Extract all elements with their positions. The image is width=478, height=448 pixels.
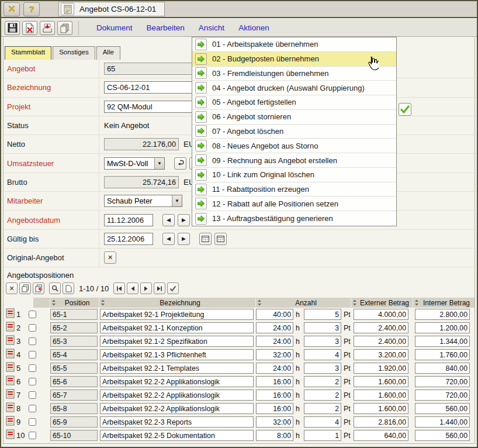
last-page-button[interactable]	[154, 282, 165, 294]
hours-cell[interactable]	[256, 322, 293, 333]
row-checkbox[interactable]	[29, 378, 36, 385]
header-position[interactable]: Position	[50, 298, 99, 308]
header-bezeichnung[interactable]: Bezeichnung	[99, 298, 255, 308]
position-cell[interactable]	[50, 376, 98, 387]
externer-betrag-cell[interactable]	[354, 363, 408, 374]
hours-cell[interactable]	[256, 376, 293, 387]
mitarbeiter-combo[interactable]: Schaub Peter ▼	[104, 195, 182, 207]
menu-dokument[interactable]: Dokument	[96, 23, 133, 32]
positions-search-button[interactable]	[49, 282, 61, 294]
row-checkbox[interactable]	[29, 311, 36, 318]
row-checkbox[interactable]	[29, 337, 36, 345]
menu-ansicht[interactable]: Ansicht	[199, 23, 224, 32]
position-record-icon[interactable]	[6, 429, 15, 442]
actions-menu-item[interactable]: 13 - Auftragsbestätigung generieren	[192, 211, 396, 226]
interner-betrag-cell[interactable]	[415, 390, 470, 401]
position-cell[interactable]	[50, 416, 98, 428]
chevron-down-icon[interactable]: ▼	[172, 195, 182, 206]
interner-betrag-cell[interactable]	[415, 403, 470, 414]
copy-button[interactable]	[57, 21, 72, 35]
gueltig-bis-input[interactable]	[104, 233, 153, 245]
count-cell[interactable]	[304, 309, 341, 320]
count-cell[interactable]	[304, 349, 341, 360]
bezeichnung-cell[interactable]	[100, 322, 254, 333]
row-checkbox[interactable]	[29, 405, 36, 412]
menu-aktionen[interactable]: Aktionen	[238, 23, 269, 32]
positions-new-button[interactable]	[63, 282, 74, 294]
position-record-icon[interactable]	[6, 308, 15, 321]
hours-cell[interactable]	[256, 390, 293, 401]
externer-betrag-cell[interactable]	[354, 322, 408, 333]
count-cell[interactable]	[304, 376, 341, 387]
calendar-button[interactable]	[199, 233, 212, 245]
header-externer-betrag[interactable]: Externer Betrag	[351, 298, 413, 308]
position-cell[interactable]	[50, 349, 98, 360]
menu-bearbeiten[interactable]: Bearbeiten	[147, 23, 185, 32]
header-interner-betrag[interactable]: Interner Betrag	[413, 298, 474, 308]
bezeichnung-cell[interactable]	[100, 349, 254, 360]
sort-icon[interactable]	[101, 299, 105, 306]
externer-betrag-cell[interactable]	[354, 416, 408, 428]
count-cell[interactable]	[304, 363, 341, 374]
original-angebot-clear-button[interactable]: ✕	[104, 251, 116, 264]
externer-betrag-cell[interactable]	[354, 336, 408, 347]
position-cell[interactable]	[50, 322, 98, 333]
goto-record-button[interactable]	[174, 157, 186, 170]
projekt-confirm-button[interactable]	[399, 103, 411, 116]
actions-menu-item[interactable]: 10 - Link zum Original löschen	[192, 168, 396, 182]
count-cell[interactable]	[304, 430, 341, 441]
angebot-input[interactable]	[104, 63, 193, 75]
actions-menu-item[interactable]: 09 - Rechnung aus Angebot erstellen	[192, 153, 396, 168]
tab-alle[interactable]: Alle	[96, 46, 120, 60]
prev-page-button[interactable]	[127, 282, 138, 294]
externer-betrag-cell[interactable]	[354, 390, 408, 401]
bezeichnung-cell[interactable]	[100, 336, 254, 347]
externer-betrag-cell[interactable]	[354, 309, 408, 320]
position-record-icon[interactable]	[6, 402, 15, 415]
position-cell[interactable]	[50, 403, 98, 414]
actions-menu-item[interactable]: 05 - Angebot fertigstellen	[192, 95, 396, 110]
bezeichnung-cell[interactable]	[100, 430, 254, 441]
hours-cell[interactable]	[256, 403, 293, 414]
actions-menu-item[interactable]: 12 - Rabatt auf alle Positionen setzen	[192, 197, 396, 211]
count-cell[interactable]	[304, 416, 341, 428]
bezeichnung-cell[interactable]	[100, 363, 254, 374]
position-record-icon[interactable]	[6, 362, 15, 374]
sort-icon[interactable]	[414, 299, 419, 306]
interner-betrag-cell[interactable]	[415, 363, 470, 374]
position-record-icon[interactable]	[6, 389, 15, 401]
date-next-button[interactable]: ▶	[178, 214, 190, 226]
sort-icon[interactable]	[257, 299, 262, 306]
import-button[interactable]	[40, 21, 55, 35]
next-page-button[interactable]	[140, 282, 152, 294]
sort-icon[interactable]	[352, 299, 357, 306]
hours-cell[interactable]	[256, 309, 293, 320]
interner-betrag-cell[interactable]	[415, 309, 470, 320]
position-cell[interactable]	[50, 363, 98, 374]
position-record-icon[interactable]	[6, 416, 15, 428]
externer-betrag-cell[interactable]	[354, 403, 408, 414]
date-prev-button[interactable]: ◀	[162, 214, 175, 226]
date-prev-button[interactable]: ◀	[162, 233, 175, 245]
chevron-down-icon[interactable]: ▼	[154, 158, 164, 169]
calendar-button-2[interactable]	[214, 233, 227, 245]
actions-menu-item[interactable]: 08 - Neues Angebot aus Storno	[192, 139, 396, 153]
actions-menu-item[interactable]: 04 - Angebot drucken (Auswahl Gruppierun…	[192, 81, 396, 95]
interner-betrag-cell[interactable]	[415, 322, 470, 333]
row-checkbox[interactable]	[29, 432, 36, 439]
positions-copy-button[interactable]	[19, 282, 31, 294]
save-button[interactable]	[5, 21, 20, 35]
actions-menu-item[interactable]: 07 - Angebot löschen	[192, 125, 396, 139]
bezeichnung-cell[interactable]	[100, 390, 254, 401]
projekt-input[interactable]	[104, 101, 196, 113]
date-next-button[interactable]: ▶	[178, 233, 190, 245]
bezeichnung-cell[interactable]	[100, 309, 254, 320]
hours-cell[interactable]	[256, 430, 293, 441]
bezeichnung-cell[interactable]	[100, 416, 254, 428]
position-cell[interactable]	[50, 309, 98, 320]
positions-paste-button[interactable]	[33, 282, 44, 294]
sort-icon[interactable]	[51, 299, 56, 306]
row-checkbox[interactable]	[29, 418, 36, 426]
position-cell[interactable]	[50, 430, 98, 441]
row-checkbox[interactable]	[29, 364, 36, 372]
